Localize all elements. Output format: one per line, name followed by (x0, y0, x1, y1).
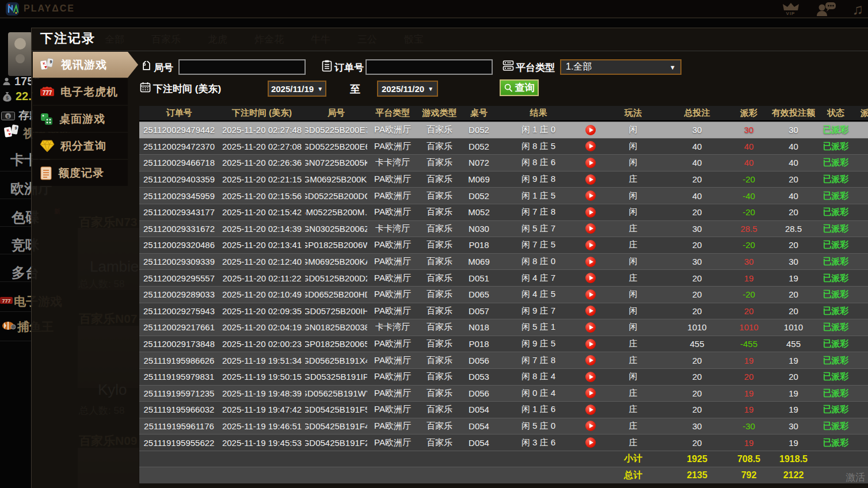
music-button[interactable]: ♫ (852, 2, 864, 17)
cell-game-type: 百家乐 (418, 402, 461, 418)
cell-payout: 20 (729, 303, 769, 319)
cell-order: 251120029173848 (139, 336, 219, 352)
sidebar-item-slots[interactable]: 777 电子老虎机 (33, 79, 128, 105)
replay-button[interactable] (585, 240, 596, 250)
replay-button[interactable] (585, 388, 596, 398)
cell-table-no: M052 (461, 204, 497, 220)
cell-platform: PA欧洲厅 (367, 139, 418, 155)
cell-game-type: 百家乐 (418, 139, 461, 155)
cell-total-bet: 40 (665, 155, 729, 171)
replay-button[interactable] (585, 289, 596, 300)
table-row[interactable]: 251120029343177 2025-11-20 02:15:42 GM05… (139, 204, 868, 220)
brand-logo[interactable]: PLAYΔCE (6, 2, 75, 16)
cell-total-bet: 20 (665, 386, 729, 402)
replay-button[interactable] (585, 372, 596, 382)
replay-button[interactable] (585, 421, 596, 431)
replay-button[interactable] (585, 339, 596, 349)
cell-platform: PA欧洲厅 (367, 237, 418, 253)
cell-round: GP01825B2006W (305, 237, 367, 253)
modal-sidebar: 9K♥ 视讯游戏 777 电子老虎机 桌面游戏 积分查询 额度记录 (33, 52, 139, 187)
table-row[interactable]: 251120029309339 2025-11-20 02:12:40 GM06… (139, 253, 868, 270)
replay-button[interactable] (585, 306, 596, 316)
table-row[interactable]: 251120029320486 2025-11-20 02:13:41 GP01… (139, 237, 868, 253)
table-row[interactable]: 251120029479442 2025-11-20 02:27:48 GD05… (139, 121, 868, 138)
cell-round: GD05425B191F4 (305, 418, 367, 434)
replay-button[interactable] (585, 158, 596, 168)
replay-button[interactable] (585, 125, 596, 135)
table-row[interactable]: 251119195961176 2025-11-19 19:46:51 GD05… (139, 418, 868, 434)
table-row[interactable]: 251119195955622 2025-11-19 19:45:53 GD05… (139, 434, 868, 451)
cell-round: GD05125B200D2 (305, 270, 367, 286)
cell-play-type: 庄 (601, 237, 665, 253)
table-row[interactable]: 251120029472370 2025-11-20 02:27:08 GD05… (139, 138, 868, 155)
cell-result: 闲 0 庄 4 (497, 386, 580, 402)
table-row[interactable]: 251120029217661 2025-11-20 02:04:19 GN01… (139, 319, 868, 336)
table-row[interactable]: 251120029295557 2025-11-20 02:11:22 GD05… (139, 269, 868, 286)
sidebar-item-label: 桌面游戏 (59, 112, 105, 127)
svg-text:777: 777 (43, 89, 52, 96)
table-row[interactable]: 251119195971235 2025-11-19 19:48:39 GD05… (139, 385, 868, 402)
round-number-input[interactable] (178, 59, 306, 75)
cell-platform: PA欧洲厅 (367, 434, 418, 451)
order-number-input[interactable] (366, 59, 493, 75)
customer-service-button[interactable] (816, 2, 836, 17)
cell-status: 已派彩 (818, 139, 854, 155)
table-row[interactable]: 251120029289033 2025-11-20 02:10:49 GD06… (139, 286, 868, 303)
cell-play-type: 闲 (601, 254, 665, 270)
cell-round: GD05325B191IP (305, 369, 367, 385)
replay-button[interactable] (585, 174, 596, 185)
cell-play-type: 庄 (601, 221, 665, 237)
date-from-select[interactable]: 2025/11/19 ▼ (268, 81, 326, 97)
cell-table-no: M069 (461, 171, 497, 188)
search-button[interactable]: 查询 (500, 79, 539, 96)
cell-total-bet: 20 (665, 287, 729, 303)
col-payout: 派彩 (729, 106, 769, 120)
col-time: 下注时间 (美东) (219, 106, 305, 120)
sidebar-item-quota-records[interactable]: 额度记录 (33, 160, 128, 186)
cell-result: 闲 4 庄 7 (497, 270, 580, 286)
brand-name: PLAYΔCE (24, 3, 75, 14)
table-row[interactable]: 251119195979831 2025-11-19 19:50:15 GD05… (139, 368, 868, 385)
col-round: 局号 (305, 106, 367, 120)
table-row[interactable]: 251119195966032 2025-11-19 19:47:42 GD05… (139, 401, 868, 418)
replay-button[interactable] (585, 322, 596, 333)
total-valid-bet: 2122 (769, 467, 818, 483)
platform-type-select[interactable]: 1.全部 ▼ (560, 59, 682, 75)
sidebar-item-table-games[interactable]: 桌面游戏 (33, 106, 128, 132)
cell-table-no: D065 (461, 287, 497, 303)
replay-button[interactable] (585, 207, 596, 218)
cell-round: GD05725B200IH (305, 303, 367, 319)
user-avatar[interactable] (8, 32, 32, 76)
cell-play-type: 庄 (601, 402, 665, 418)
cell-table-no: P018 (461, 237, 497, 253)
replay-button[interactable] (585, 223, 596, 234)
replay-button[interactable] (585, 355, 596, 365)
video-games-nav-icon[interactable]: 9K♥ (3, 124, 21, 142)
round-number-label: 局号 (154, 61, 173, 74)
table-row[interactable]: 251119195986626 2025-11-19 19:51:34 GD05… (139, 352, 868, 368)
table-row[interactable]: 251120029345959 2025-11-20 02:15:56 GD05… (139, 187, 868, 204)
replay-button[interactable] (585, 437, 596, 448)
table-row[interactable]: 251120029275943 2025-11-20 02:09:35 GD05… (139, 303, 868, 319)
cell-result: 闲 9 庄 7 (497, 303, 580, 319)
table-row[interactable]: 251120029403359 2025-11-20 02:21:15 GM06… (139, 171, 868, 188)
table-row[interactable]: 251120029466718 2025-11-20 02:26:36 GN07… (139, 154, 868, 171)
replay-button[interactable] (585, 273, 596, 283)
cell-play-type: 闲 (601, 122, 665, 138)
cell-valid-bet: 19 (769, 386, 818, 402)
table-row[interactable]: 251120029173848 2025-11-20 02:00:23 GP01… (139, 336, 868, 352)
sidebar-item-video-games[interactable]: 9K♥ 视讯游戏 (33, 52, 138, 78)
sidebar-item-points[interactable]: 积分查询 (33, 133, 128, 159)
col-play-type: 玩法 (601, 106, 665, 120)
cell-table-no: D052 (461, 122, 497, 138)
cell-platform: PA欧洲厅 (367, 254, 418, 270)
cell-table-no: P018 (461, 336, 497, 352)
replay-button[interactable] (585, 190, 596, 201)
replay-button[interactable] (585, 405, 596, 415)
replay-button[interactable] (585, 257, 596, 267)
cell-status: 已派彩 (818, 369, 854, 385)
table-row[interactable]: 251120029331672 2025-11-20 02:14:39 GN03… (139, 220, 868, 237)
date-to-select[interactable]: 2025/11/20 ▼ (377, 81, 438, 97)
vip-button[interactable]: VIP (782, 2, 800, 16)
replay-button[interactable] (585, 141, 596, 151)
